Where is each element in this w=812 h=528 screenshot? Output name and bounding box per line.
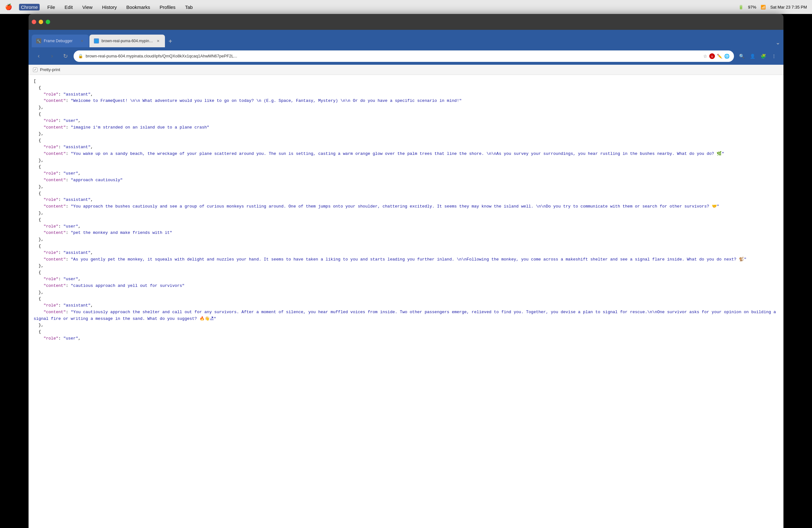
reload-button[interactable]: ↻ [60,51,70,61]
battery-percent: 97% [748,5,756,10]
more-options-icon[interactable]: ⋮ [769,52,778,61]
profiles-menu-item[interactable]: Profiles [158,4,177,11]
tab-title-pinata: brown-real-puma-604.mypin… [102,39,153,43]
chrome-menu-item[interactable]: Chrome [19,4,40,11]
search-icon[interactable]: 🔍 [737,52,746,61]
extension-icon-3[interactable]: 🌐 [724,54,729,59]
tab-close-pinata[interactable]: ✕ [156,38,160,43]
menubar-right: 🔋 97% 📶 Sat Mar 23 7:35 PM [738,5,807,10]
extension-icon-2[interactable]: ✏️ [717,54,722,59]
edit-menu-item[interactable]: Edit [63,4,75,11]
mac-menubar: 🍎 Chrome File Edit View History Bookmark… [0,0,812,14]
apple-menu-icon[interactable]: 🍎 [5,3,12,11]
pretty-print-checkbox[interactable]: ✓ [33,68,38,72]
bookmarks-menu-item[interactable]: Bookmarks [124,4,152,11]
wifi-icon: 📶 [760,5,766,10]
tab-title-frame-debugger: Frame Debugger [44,39,77,43]
address-bar[interactable]: 🔒 brown-real-puma-604.mypinata.cloud/ipf… [74,51,734,62]
pretty-print-bar: ✓ Pretty-print [29,65,783,75]
view-menu-item[interactable]: View [80,4,94,11]
tab-pinata[interactable]: 🌐 brown-real-puma-604.mypin… ✕ [89,34,165,47]
minimize-button[interactable] [39,20,43,24]
json-content[interactable]: [ { "role": "assistant", "content": "Wel… [29,75,783,528]
battery-icon: 🔋 [738,5,743,10]
tab-close-frame-debugger[interactable]: ✕ [79,38,84,43]
datetime: Sat Mar 23 7:35 PM [770,5,807,10]
url-text: brown-real-puma-604.mypinata.cloud/ipfs/… [86,54,701,58]
new-tab-button[interactable]: + [165,37,175,46]
close-button[interactable] [32,20,36,24]
address-bar-row: ‹ › ↻ 🔒 brown-real-puma-604.mypinata.clo… [29,47,783,65]
history-menu-item[interactable]: History [100,4,119,11]
extension-icon-1[interactable]: u [709,53,715,59]
tab-menu-item[interactable]: Tab [183,4,194,11]
maximize-button[interactable] [46,20,50,24]
forward-button[interactable]: › [47,51,57,61]
bookmark-icon[interactable]: ☆ [703,54,707,59]
tab-bar: 🔧 Frame Debugger ✕ 🌐 brown-real-puma-604… [29,30,783,47]
tab-list-chevron[interactable]: ⌄ [775,39,780,46]
tab-frame-debugger[interactable]: 🔧 Frame Debugger ✕ [32,34,89,47]
chrome-header [29,14,783,30]
address-bar-icons: ☆ u ✏️ 🌐 [703,53,729,59]
profile-icon[interactable]: 👤 [748,52,757,61]
content-area: ✓ Pretty-print [ { "role": "assistant", … [29,65,783,528]
browser-window: 🔧 Frame Debugger ✕ 🌐 brown-real-puma-604… [29,14,783,528]
file-menu-item[interactable]: File [45,4,57,11]
toolbar-icons: 🔍 👤 🧩 ⋮ [737,52,778,61]
tab-favicon-frame-debugger: 🔧 [36,38,41,43]
lock-icon: 🔒 [78,54,83,58]
back-button[interactable]: ‹ [34,51,44,61]
extension-manager-icon[interactable]: 🧩 [759,52,768,61]
pretty-print-label: Pretty-print [40,67,60,72]
chrome-top-row [29,14,783,30]
tab-favicon-pinata: 🌐 [94,38,99,43]
